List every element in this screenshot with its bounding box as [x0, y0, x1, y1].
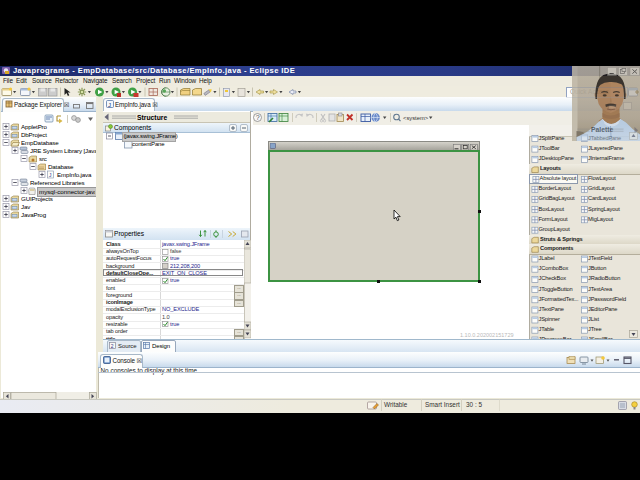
svg-text:<system>: <system>	[403, 115, 429, 121]
svg-text:2: 2	[111, 343, 114, 349]
svg-text:?: ?	[255, 114, 259, 121]
svg-text:J: J	[49, 172, 52, 178]
svg-text:J: J	[108, 101, 111, 107]
